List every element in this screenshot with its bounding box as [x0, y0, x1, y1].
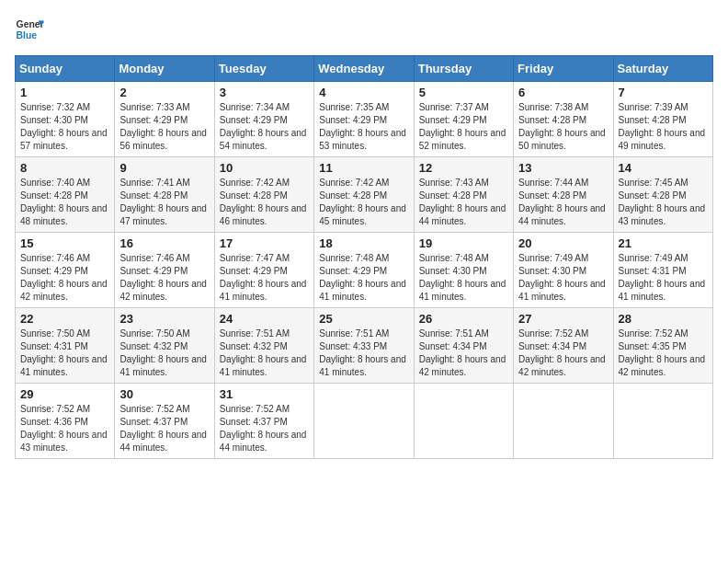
calendar-day-cell: 30 Sunrise: 7:52 AM Sunset: 4:37 PM Dayl…: [115, 384, 214, 459]
logo: General Blue: [15, 15, 44, 44]
weekday-header-thursday: Thursday: [414, 56, 513, 82]
calendar-day-cell: 24 Sunrise: 7:51 AM Sunset: 4:32 PM Dayl…: [214, 308, 313, 384]
day-number: 30: [119, 387, 209, 401]
logo-icon: General Blue: [15, 15, 44, 44]
day-info: Sunrise: 7:52 AM Sunset: 4:34 PM Dayligh…: [518, 327, 608, 379]
calendar-day-cell: 10 Sunrise: 7:42 AM Sunset: 4:28 PM Dayl…: [214, 157, 313, 233]
day-info: Sunrise: 7:37 AM Sunset: 4:29 PM Dayligh…: [419, 101, 508, 153]
calendar-day-cell: 3 Sunrise: 7:34 AM Sunset: 4:29 PM Dayli…: [214, 82, 313, 157]
weekday-header-saturday: Saturday: [613, 56, 712, 82]
calendar-day-cell: 4 Sunrise: 7:35 AM Sunset: 4:29 PM Dayli…: [314, 82, 414, 157]
calendar-day-cell: 27 Sunrise: 7:52 AM Sunset: 4:34 PM Dayl…: [514, 308, 613, 384]
calendar-week-row: 29 Sunrise: 7:52 AM Sunset: 4:36 PM Dayl…: [16, 384, 713, 459]
day-number: 4: [319, 86, 408, 99]
day-number: 18: [319, 236, 408, 250]
day-info: Sunrise: 7:47 AM Sunset: 4:29 PM Dayligh…: [220, 252, 309, 304]
day-number: 12: [419, 161, 508, 175]
day-info: Sunrise: 7:48 AM Sunset: 4:30 PM Dayligh…: [419, 252, 508, 304]
weekday-header-monday: Monday: [115, 56, 214, 82]
day-number: 5: [419, 86, 508, 99]
day-info: Sunrise: 7:46 AM Sunset: 4:29 PM Dayligh…: [20, 252, 109, 304]
day-number: 24: [220, 312, 309, 326]
calendar-day-cell: 6 Sunrise: 7:38 AM Sunset: 4:28 PM Dayli…: [514, 82, 613, 157]
calendar-day-cell: 22 Sunrise: 7:50 AM Sunset: 4:31 PM Dayl…: [16, 308, 115, 384]
calendar-day-cell: 21 Sunrise: 7:49 AM Sunset: 4:31 PM Dayl…: [613, 233, 712, 308]
day-info: Sunrise: 7:42 AM Sunset: 4:28 PM Dayligh…: [220, 177, 309, 228]
calendar-week-row: 1 Sunrise: 7:32 AM Sunset: 4:30 PM Dayli…: [16, 82, 713, 157]
day-number: 19: [419, 236, 508, 250]
calendar-day-cell: 26 Sunrise: 7:51 AM Sunset: 4:34 PM Dayl…: [414, 308, 513, 384]
calendar-week-row: 15 Sunrise: 7:46 AM Sunset: 4:29 PM Dayl…: [16, 233, 713, 308]
weekday-header-friday: Friday: [514, 56, 613, 82]
calendar-day-cell: 13 Sunrise: 7:44 AM Sunset: 4:28 PM Dayl…: [514, 157, 613, 233]
day-info: Sunrise: 7:52 AM Sunset: 4:37 PM Dayligh…: [220, 403, 309, 454]
calendar-day-cell: 31 Sunrise: 7:52 AM Sunset: 4:37 PM Dayl…: [214, 384, 313, 459]
day-info: Sunrise: 7:39 AM Sunset: 4:28 PM Dayligh…: [619, 101, 708, 153]
day-number: 2: [119, 86, 209, 99]
day-number: 15: [20, 236, 109, 250]
calendar-day-cell: 12 Sunrise: 7:43 AM Sunset: 4:28 PM Dayl…: [414, 157, 513, 233]
day-number: 6: [518, 86, 608, 99]
calendar-day-cell: 11 Sunrise: 7:42 AM Sunset: 4:28 PM Dayl…: [314, 157, 414, 233]
day-number: 20: [518, 236, 608, 250]
day-number: 9: [119, 161, 209, 175]
day-number: 10: [220, 161, 309, 175]
day-info: Sunrise: 7:52 AM Sunset: 4:35 PM Dayligh…: [619, 327, 708, 379]
day-number: 29: [20, 387, 109, 401]
weekday-header-tuesday: Tuesday: [214, 56, 313, 82]
day-info: Sunrise: 7:38 AM Sunset: 4:28 PM Dayligh…: [518, 101, 608, 153]
calendar-day-cell: 23 Sunrise: 7:50 AM Sunset: 4:32 PM Dayl…: [115, 308, 214, 384]
calendar-day-cell: [314, 384, 414, 459]
day-number: 21: [619, 236, 708, 250]
day-info: Sunrise: 7:32 AM Sunset: 4:30 PM Dayligh…: [20, 101, 109, 153]
day-info: Sunrise: 7:49 AM Sunset: 4:31 PM Dayligh…: [619, 252, 708, 304]
calendar-day-cell: 9 Sunrise: 7:41 AM Sunset: 4:28 PM Dayli…: [115, 157, 214, 233]
calendar-day-cell: 8 Sunrise: 7:40 AM Sunset: 4:28 PM Dayli…: [16, 157, 115, 233]
day-info: Sunrise: 7:50 AM Sunset: 4:32 PM Dayligh…: [119, 327, 209, 379]
calendar-day-cell: [414, 384, 513, 459]
calendar-day-cell: 16 Sunrise: 7:46 AM Sunset: 4:29 PM Dayl…: [115, 233, 214, 308]
day-number: 17: [220, 236, 309, 250]
page-header: General Blue: [15, 15, 713, 44]
calendar-day-cell: 1 Sunrise: 7:32 AM Sunset: 4:30 PM Dayli…: [16, 82, 115, 157]
day-info: Sunrise: 7:42 AM Sunset: 4:28 PM Dayligh…: [319, 177, 408, 228]
calendar-day-cell: [514, 384, 613, 459]
weekday-header-sunday: Sunday: [16, 56, 115, 82]
calendar-day-cell: 14 Sunrise: 7:45 AM Sunset: 4:28 PM Dayl…: [613, 157, 712, 233]
day-number: 13: [518, 161, 608, 175]
day-number: 26: [419, 312, 508, 326]
calendar-header-row: SundayMondayTuesdayWednesdayThursdayFrid…: [16, 56, 713, 82]
day-number: 27: [518, 312, 608, 326]
calendar-week-row: 8 Sunrise: 7:40 AM Sunset: 4:28 PM Dayli…: [16, 157, 713, 233]
day-info: Sunrise: 7:48 AM Sunset: 4:29 PM Dayligh…: [319, 252, 408, 304]
day-info: Sunrise: 7:51 AM Sunset: 4:33 PM Dayligh…: [319, 327, 408, 379]
day-info: Sunrise: 7:41 AM Sunset: 4:28 PM Dayligh…: [119, 177, 209, 228]
day-info: Sunrise: 7:35 AM Sunset: 4:29 PM Dayligh…: [319, 101, 408, 153]
calendar-day-cell: 18 Sunrise: 7:48 AM Sunset: 4:29 PM Dayl…: [314, 233, 414, 308]
weekday-header-wednesday: Wednesday: [314, 56, 414, 82]
day-info: Sunrise: 7:50 AM Sunset: 4:31 PM Dayligh…: [20, 327, 109, 379]
day-number: 25: [319, 312, 408, 326]
day-info: Sunrise: 7:51 AM Sunset: 4:34 PM Dayligh…: [419, 327, 508, 379]
day-number: 28: [619, 312, 708, 326]
calendar-day-cell: 7 Sunrise: 7:39 AM Sunset: 4:28 PM Dayli…: [613, 82, 712, 157]
calendar-day-cell: [613, 384, 712, 459]
day-info: Sunrise: 7:34 AM Sunset: 4:29 PM Dayligh…: [220, 101, 309, 153]
svg-text:Blue: Blue: [17, 30, 38, 40]
day-info: Sunrise: 7:52 AM Sunset: 4:37 PM Dayligh…: [119, 403, 209, 454]
day-info: Sunrise: 7:44 AM Sunset: 4:28 PM Dayligh…: [518, 177, 608, 228]
day-info: Sunrise: 7:52 AM Sunset: 4:36 PM Dayligh…: [20, 403, 109, 454]
day-number: 8: [20, 161, 109, 175]
day-number: 31: [220, 387, 309, 401]
calendar-day-cell: 20 Sunrise: 7:49 AM Sunset: 4:30 PM Dayl…: [514, 233, 613, 308]
calendar-week-row: 22 Sunrise: 7:50 AM Sunset: 4:31 PM Dayl…: [16, 308, 713, 384]
day-number: 14: [619, 161, 708, 175]
day-number: 1: [20, 86, 109, 99]
day-info: Sunrise: 7:51 AM Sunset: 4:32 PM Dayligh…: [220, 327, 309, 379]
day-info: Sunrise: 7:45 AM Sunset: 4:28 PM Dayligh…: [619, 177, 708, 228]
day-number: 23: [119, 312, 209, 326]
calendar-day-cell: 15 Sunrise: 7:46 AM Sunset: 4:29 PM Dayl…: [16, 233, 115, 308]
day-info: Sunrise: 7:33 AM Sunset: 4:29 PM Dayligh…: [119, 101, 209, 153]
calendar-day-cell: 28 Sunrise: 7:52 AM Sunset: 4:35 PM Dayl…: [613, 308, 712, 384]
day-number: 16: [119, 236, 209, 250]
